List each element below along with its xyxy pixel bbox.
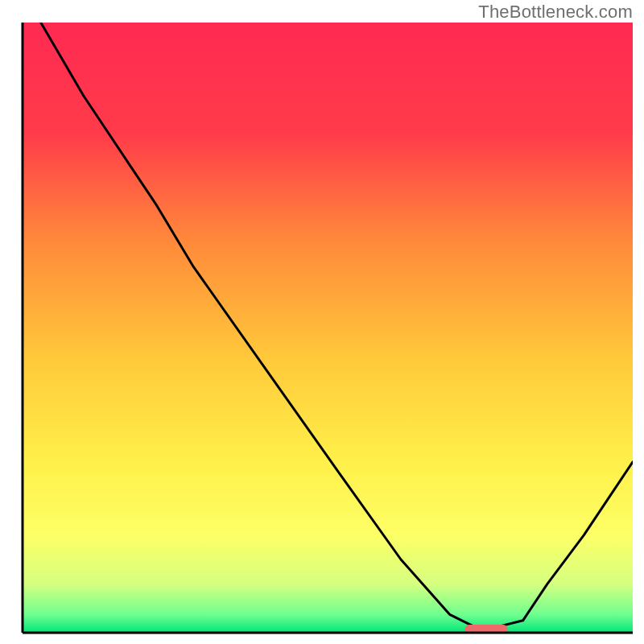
bottleneck-chart xyxy=(0,0,644,644)
chart-canvas: TheBottleneck.com xyxy=(0,0,644,644)
gradient-background xyxy=(23,23,633,633)
